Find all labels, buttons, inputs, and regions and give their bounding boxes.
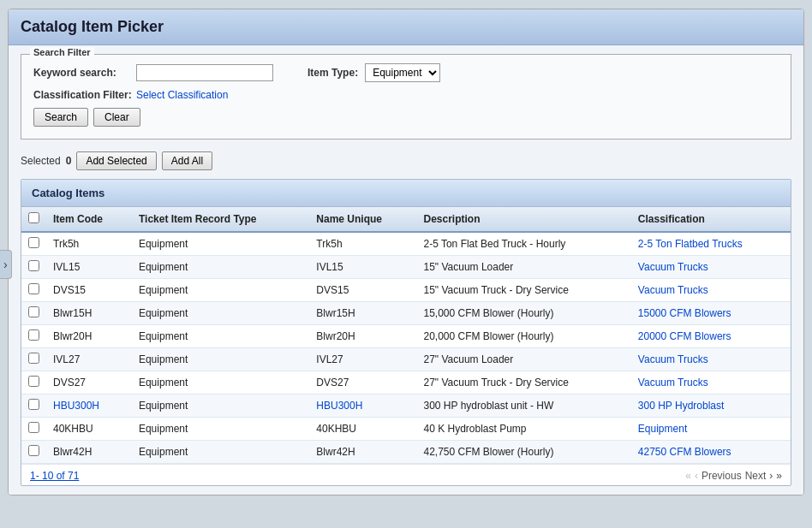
classification-link[interactable]: Vacuum Trucks — [638, 284, 708, 296]
item-code-cell: Blwr42H — [46, 441, 132, 464]
row-checkbox-cell — [21, 348, 46, 371]
window-title: Catalog Item Picker — [9, 9, 803, 45]
select-all-checkbox[interactable] — [28, 212, 39, 223]
row-checkbox-1[interactable] — [28, 260, 39, 271]
classification-cell: 2-5 Ton Flatbed Trucks — [631, 232, 791, 256]
table-row: HBU300HEquipmentHBU300H300 HP hydroblast… — [21, 395, 791, 418]
description-cell: 300 HP hydroblast unit - HW — [416, 395, 630, 418]
pagination-info[interactable]: 1- 10 of 71 — [30, 470, 79, 482]
item-code-link[interactable]: HBU300H — [53, 400, 99, 412]
first-page-btn[interactable]: « — [685, 470, 691, 482]
classification-link[interactable]: 2-5 Ton Flatbed Trucks — [638, 238, 743, 250]
table-row: Blwr15HEquipmentBlwr15H15,000 CFM Blower… — [21, 302, 791, 325]
classification-cell: Vacuum Trucks — [631, 348, 791, 371]
classification-link[interactable]: Equipment — [638, 423, 687, 435]
table-header-row: Item Code Ticket Item Record Type Name U… — [21, 207, 791, 232]
table-row: DVS27EquipmentDVS2727" Vacuum Truck - Dr… — [21, 371, 791, 395]
name-unique-cell: IVL15 — [309, 256, 416, 279]
row-checkbox-cell — [21, 418, 46, 441]
next-label: Next — [745, 470, 767, 482]
item-code-cell: Blwr15H — [46, 302, 132, 325]
keyword-row: Keyword search: Item Type: Equipment Mat… — [33, 63, 779, 82]
side-tab[interactable]: › — [0, 250, 12, 279]
name-unique-cell: IVL27 — [309, 348, 416, 371]
row-checkbox-cell — [21, 441, 46, 464]
clear-button[interactable]: Clear — [93, 108, 140, 127]
select-classification-link[interactable]: Select Classification — [136, 89, 228, 101]
classification-link[interactable]: Vacuum Trucks — [638, 261, 708, 273]
record-type-cell: Equipment — [132, 441, 309, 464]
description-cell: 15" Vacuum Loader — [416, 256, 630, 279]
record-type-cell: Equipment — [132, 232, 309, 256]
row-checkbox-2[interactable] — [28, 283, 39, 294]
classification-link[interactable]: Vacuum Trucks — [638, 353, 708, 365]
row-checkbox-4[interactable] — [28, 329, 39, 341]
row-checkbox-cell — [21, 371, 46, 395]
table-row: Trk5hEquipmentTrk5h2-5 Ton Flat Bed Truc… — [21, 232, 791, 256]
record-type-cell: Equipment — [132, 279, 309, 302]
table-row: Blwr20HEquipmentBlwr20H20,000 CFM Blower… — [21, 325, 791, 348]
name-unique-link[interactable]: HBU300H — [316, 400, 362, 412]
classification-cell: 15000 CFM Blowers — [631, 302, 791, 325]
search-filter-legend: Search Filter — [30, 47, 94, 57]
table-row: 40KHBUEquipment40KHBU40 K Hydroblast Pum… — [21, 418, 791, 441]
record-type-cell: Equipment — [132, 418, 309, 441]
name-unique-cell: DVS27 — [309, 371, 416, 395]
row-checkbox-6[interactable] — [28, 376, 39, 387]
name-unique-cell: Blwr20H — [309, 325, 416, 348]
search-button[interactable]: Search — [33, 108, 88, 127]
item-code-cell: HBU300H — [46, 395, 132, 418]
row-checkbox-cell — [21, 395, 46, 418]
catalog-items-container: Catalog Items Item Code Ticket Item Reco… — [21, 179, 791, 486]
name-unique-cell: DVS15 — [309, 279, 416, 302]
add-all-button[interactable]: Add All — [162, 151, 212, 170]
classification-link[interactable]: 300 HP Hydroblast — [638, 400, 725, 412]
prev-page-btn[interactable]: ‹ — [695, 470, 698, 482]
item-type-label: Item Type: — [307, 67, 358, 79]
item-code-cell: DVS15 — [46, 279, 132, 302]
header-record-type: Ticket Item Record Type — [132, 207, 309, 232]
classification-link[interactable]: Vacuum Trucks — [638, 377, 708, 389]
row-checkbox-5[interactable] — [28, 353, 39, 364]
item-type-select[interactable]: Equipment Material Labor Other — [365, 63, 440, 82]
row-checkbox-cell — [21, 302, 46, 325]
classification-cell: 42750 CFM Blowers — [631, 441, 791, 464]
row-checkbox-0[interactable] — [28, 237, 39, 248]
table-row: Blwr42HEquipmentBlwr42H42,750 CFM Blower… — [21, 441, 791, 464]
table-row: DVS15EquipmentDVS1515" Vacuum Truck - Dr… — [21, 279, 791, 302]
item-code-cell: Blwr20H — [46, 325, 132, 348]
previous-label: Previous — [702, 470, 742, 482]
table-row: IVL27EquipmentIVL2727" Vacuum LoaderVacu… — [21, 348, 791, 371]
catalog-items-table: Item Code Ticket Item Record Type Name U… — [21, 207, 791, 464]
item-code-cell: 40KHBU — [46, 418, 132, 441]
classification-link[interactable]: 20000 CFM Blowers — [638, 330, 731, 342]
name-unique-cell: Blwr42H — [309, 441, 416, 464]
header-classification: Classification — [631, 207, 791, 232]
classification-cell: Vacuum Trucks — [631, 279, 791, 302]
last-page-btn[interactable]: » — [776, 470, 782, 482]
record-type-cell: Equipment — [132, 348, 309, 371]
name-unique-cell: Trk5h — [309, 232, 416, 256]
search-button-row: Search Clear — [33, 108, 779, 127]
add-selected-button[interactable]: Add Selected — [76, 151, 156, 170]
catalog-item-picker-window: Catalog Item Picker Search Filter Keywor… — [8, 9, 804, 495]
row-checkbox-8[interactable] — [28, 422, 39, 433]
classification-link[interactable]: 15000 CFM Blowers — [638, 307, 731, 319]
search-filter-box: Search Filter Keyword search: Item Type:… — [21, 54, 791, 139]
table-title: Catalog Items — [21, 180, 791, 207]
row-checkbox-9[interactable] — [28, 445, 39, 456]
description-cell: 40 K Hydroblast Pump — [416, 418, 630, 441]
classification-link[interactable]: 42750 CFM Blowers — [638, 446, 731, 458]
next-page-btn[interactable]: › — [769, 470, 773, 482]
classification-cell: Vacuum Trucks — [631, 256, 791, 279]
keyword-input[interactable] — [136, 64, 273, 81]
name-unique-cell: 40KHBU — [309, 418, 416, 441]
row-checkbox-7[interactable] — [28, 399, 39, 410]
classification-row: Classification Filter: Select Classifica… — [33, 89, 779, 101]
pagination-row: 1- 10 of 71 « ‹ Previous Next › » — [21, 464, 791, 485]
row-checkbox-3[interactable] — [28, 306, 39, 317]
item-code-cell: Trk5h — [46, 232, 132, 256]
header-name-unique: Name Unique — [309, 207, 416, 232]
table-body: Trk5hEquipmentTrk5h2-5 Ton Flat Bed Truc… — [21, 232, 791, 464]
header-checkbox-col — [21, 207, 46, 232]
